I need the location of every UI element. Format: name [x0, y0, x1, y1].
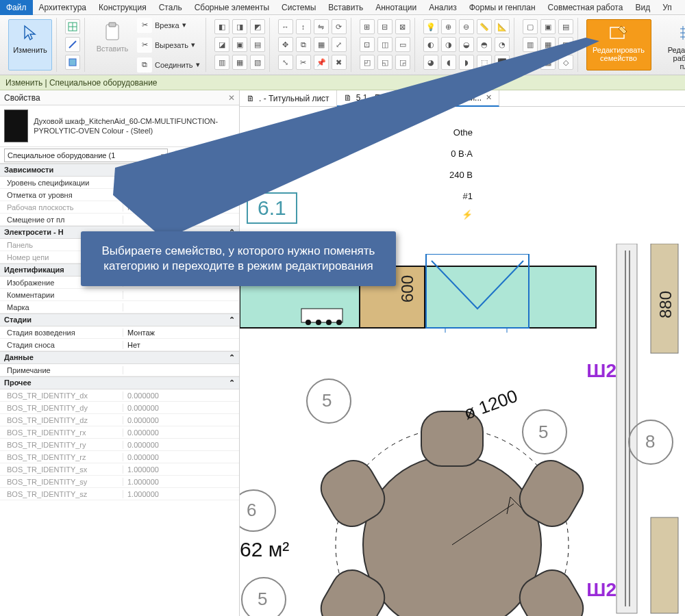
- trim-icon[interactable]: ⤡: [278, 55, 293, 70]
- tool-icon[interactable]: ⊖: [459, 19, 474, 34]
- tool-icon[interactable]: ◖: [441, 55, 456, 70]
- prop-row-mark[interactable]: Марка: [0, 301, 239, 313]
- tool-icon[interactable]: ◨: [232, 19, 247, 34]
- align-icon[interactable]: ↔: [278, 19, 293, 34]
- tool-icon[interactable]: ▣: [540, 19, 556, 34]
- split-icon[interactable]: ✂: [296, 55, 311, 70]
- prop-row-stage-demo[interactable]: Стадия сносаНет: [0, 339, 239, 351]
- tool-icon[interactable]: 📏: [477, 19, 492, 34]
- tool-icon[interactable]: ⬚: [477, 55, 492, 70]
- drawing-canvas[interactable]: Othe 0 В·А 240 В #1 ⚡ 6.1 600: [240, 107, 685, 616]
- offset-icon[interactable]: ↕: [296, 19, 311, 34]
- array-icon[interactable]: ▦: [314, 37, 329, 52]
- prop-row-level[interactable]: Уровень спецификации: [0, 177, 239, 189]
- tab-collab[interactable]: Совместная работа: [542, 0, 630, 15]
- tool-icon[interactable]: ◔: [495, 37, 510, 52]
- close-icon[interactable]: ✕: [228, 93, 235, 103]
- level-input[interactable]: [127, 177, 239, 188]
- tab-insert[interactable]: Вставить: [322, 0, 369, 15]
- close-tab-icon[interactable]: ✕: [486, 93, 492, 102]
- tab-massing[interactable]: Формы и генплан: [463, 0, 542, 15]
- tab-structure[interactable]: Конструкция: [92, 0, 153, 15]
- cope-button[interactable]: ✂Врезка ▾: [136, 16, 201, 34]
- tool-icon[interactable]: ▭: [395, 37, 410, 52]
- move-icon[interactable]: ✥: [278, 37, 293, 52]
- group-dependencies[interactable]: Зависимости⌃: [0, 164, 239, 177]
- prop-row-comments[interactable]: Комментарии: [0, 289, 239, 301]
- tool-icon[interactable]: ⊕: [441, 19, 456, 34]
- cut-button[interactable]: ✂Вырезать ▾: [136, 36, 201, 54]
- paint-icon[interactable]: [65, 55, 80, 70]
- tool-icon[interactable]: ◐: [423, 37, 438, 52]
- instance-filter-combo[interactable]: Специальное оборудование (1 ▾: [4, 149, 168, 162]
- edit-family-button[interactable]: Редактировать семейство: [586, 19, 651, 70]
- tool-icon[interactable]: ⬛: [495, 55, 510, 70]
- group-other[interactable]: Прочее⌃: [0, 376, 239, 389]
- prop-row-offset[interactable]: Смещение от пл: [0, 214, 239, 226]
- prop-row-note[interactable]: Примечание: [0, 364, 239, 376]
- edit-workplane-button[interactable]: Редактиров рабочую плос: [664, 19, 686, 74]
- tool-icon[interactable]: ▨: [523, 55, 538, 70]
- tool-icon[interactable]: ▤: [558, 19, 573, 34]
- tool-icon[interactable]: ▧: [558, 37, 573, 52]
- tool-icon[interactable]: ◩: [250, 19, 265, 34]
- tool-icon[interactable]: 📐: [495, 19, 510, 34]
- tool-icon[interactable]: ◪: [214, 37, 229, 52]
- properties-title: Свойства: [4, 93, 40, 103]
- pin-icon[interactable]: 📌: [314, 55, 329, 70]
- doc-tab-furniture-plan[interactable]: 🗎 5.1 - План расстановки мебели... ✕: [337, 90, 499, 107]
- paste-button[interactable]: Вставить: [93, 18, 132, 73]
- tool-icon[interactable]: ◰: [360, 55, 375, 70]
- tool-icon[interactable]: ◱: [377, 55, 393, 70]
- tool-icon[interactable]: ⊠: [395, 19, 410, 34]
- prop-row-elev[interactable]: Отметка от уровня510: [0, 189, 239, 201]
- scale-icon[interactable]: ⤢: [332, 37, 347, 52]
- delete-icon[interactable]: ✖: [332, 55, 347, 70]
- linework-icon[interactable]: [65, 37, 80, 52]
- tool-icon[interactable]: ⊞: [360, 19, 375, 34]
- tool-icon[interactable]: ▧: [250, 55, 265, 70]
- edit-family-label: Редактировать семейство: [588, 46, 649, 62]
- tool-icon[interactable]: ◒: [459, 37, 474, 52]
- tab-analyze[interactable]: Анализ: [423, 0, 463, 15]
- tool-icon[interactable]: ◑: [441, 37, 456, 52]
- tool-icon[interactable]: ◇: [558, 55, 573, 70]
- tool-icon[interactable]: ▢: [523, 19, 538, 34]
- modify-button[interactable]: Изменить: [8, 19, 52, 70]
- join-button[interactable]: ⧉Соединить ▾: [136, 56, 201, 74]
- edit-type-button[interactable]: 📝 Изменить тип: [175, 151, 235, 159]
- hatch-icon[interactable]: [65, 19, 80, 34]
- tool-icon[interactable]: ◓: [477, 37, 492, 52]
- tool-icon[interactable]: ◧: [214, 19, 229, 34]
- type-selector[interactable]: Духовой шкаф_KitchenAid_60-CM-MULTIFUNCT…: [0, 105, 239, 147]
- tool-icon[interactable]: ▦: [540, 37, 556, 52]
- tool-icon[interactable]: ⊡: [360, 37, 375, 52]
- group-stages[interactable]: Стадии⌃: [0, 313, 239, 326]
- tool-icon[interactable]: ▣: [232, 37, 247, 52]
- tab-systems[interactable]: Системы: [275, 0, 322, 15]
- tool-icon[interactable]: ◫: [377, 37, 393, 52]
- tool-icon[interactable]: ⊟: [377, 19, 393, 34]
- tool-icon[interactable]: ▤: [250, 37, 265, 52]
- file-tab[interactable]: Файл: [0, 0, 33, 15]
- tool-icon[interactable]: ▦: [232, 55, 247, 70]
- tool-icon[interactable]: 💡: [423, 19, 438, 34]
- tab-view[interactable]: Вид: [629, 0, 656, 15]
- doc-tab-title-sheet[interactable]: 🗎 . - Титульный лист: [240, 90, 337, 107]
- group-data[interactable]: Данные⌃: [0, 351, 239, 364]
- tool-icon[interactable]: ▥: [523, 37, 538, 52]
- tool-icon[interactable]: ◲: [395, 55, 410, 70]
- prop-row-stage-create[interactable]: Стадия возведенияМонтаж: [0, 326, 239, 339]
- tab-precast[interactable]: Сборные элементы: [188, 0, 275, 15]
- tool-icon[interactable]: ◗: [459, 55, 474, 70]
- tab-annotate[interactable]: Аннотации: [369, 0, 423, 15]
- rotate-icon[interactable]: ⟳: [332, 19, 347, 34]
- tool-icon[interactable]: ▥: [214, 55, 229, 70]
- tab-manage[interactable]: Уп: [656, 0, 678, 15]
- mirror-icon[interactable]: ⇋: [314, 19, 329, 34]
- tab-architecture[interactable]: Архитектура: [33, 0, 93, 15]
- copy-icon[interactable]: ⧉: [296, 37, 311, 52]
- tool-icon[interactable]: ▩: [540, 55, 556, 70]
- tool-icon[interactable]: ◕: [423, 55, 438, 70]
- tab-steel[interactable]: Сталь: [153, 0, 188, 15]
